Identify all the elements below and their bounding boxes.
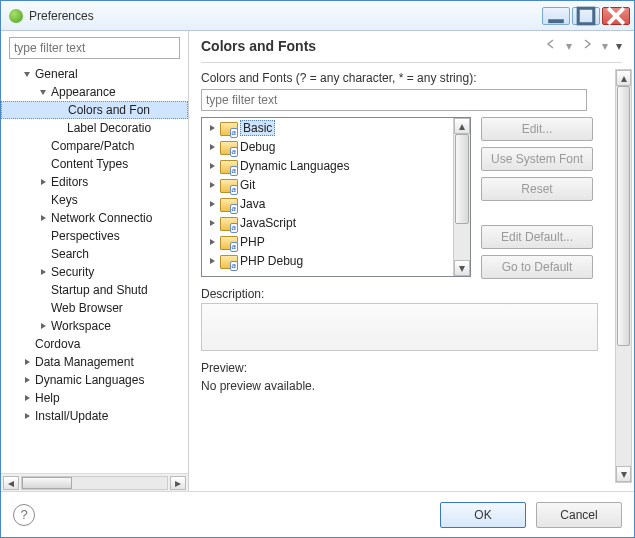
category-item[interactable]: JavaScript [202,213,453,232]
scroll-track[interactable] [454,134,470,260]
tree-item-label: Network Connectio [51,211,152,225]
sidebar-item[interactable]: Install/Update [1,407,188,425]
sidebar-item[interactable]: Search [1,245,188,263]
scroll-track[interactable] [21,476,168,490]
category-item[interactable]: Basic [202,118,453,137]
chevron-right-icon[interactable] [37,176,49,188]
maximize-button[interactable] [572,7,600,25]
chevron-right-icon[interactable] [21,410,33,422]
folder-icon [220,216,236,230]
chevron-right-icon[interactable] [21,374,33,386]
category-label: PHP [240,235,265,249]
chevron-right-icon[interactable] [21,356,33,368]
category-label: JavaScript [240,216,296,230]
category-label: Dynamic Languages [240,159,349,173]
sidebar-item[interactable]: Web Browser [1,299,188,317]
sidebar-tree[interactable]: GeneralAppearanceColors and FonLabel Dec… [1,63,188,473]
preferences-window: Preferences GeneralAppearanceColors and … [0,0,635,538]
sidebar-item[interactable]: Perspectives [1,227,188,245]
sidebar-item[interactable]: Data Management [1,353,188,371]
scroll-up-arrow-icon[interactable]: ▴ [454,118,470,134]
sidebar-item[interactable]: Content Types [1,155,188,173]
category-item[interactable]: Java [202,194,453,213]
scroll-down-arrow-icon[interactable]: ▾ [454,260,470,276]
chevron-right-icon[interactable] [37,320,49,332]
category-label: PHP Debug [240,254,303,268]
minimize-button[interactable] [542,7,570,25]
sidebar-item[interactable]: Label Decoratio [1,119,188,137]
sidebar-horizontal-scrollbar[interactable]: ◂ ▸ [1,473,188,491]
edit-default-button[interactable]: Edit Default... [481,225,593,249]
scroll-thumb[interactable] [22,477,72,489]
chevron-right-icon[interactable] [206,181,218,189]
categories-and-buttons: BasicDebugDynamic LanguagesGitJavaJavaSc… [201,117,598,279]
chevron-right-icon[interactable] [206,238,218,246]
category-list-scrollbar[interactable]: ▴ ▾ [453,118,470,276]
main-filter-input[interactable] [201,89,587,111]
chevron-right-icon[interactable] [206,257,218,265]
sidebar-item[interactable]: Security [1,263,188,281]
scroll-track[interactable] [616,86,631,466]
category-item[interactable]: Dynamic Languages [202,156,453,175]
chevron-right-icon[interactable] [21,392,33,404]
sidebar-item[interactable]: Help [1,389,188,407]
sidebar-item[interactable]: Keys [1,191,188,209]
sidebar: GeneralAppearanceColors and FonLabel Dec… [1,31,189,491]
category-item[interactable]: PHP Debug [202,251,453,270]
go-to-default-button[interactable]: Go to Default [481,255,593,279]
edit-button[interactable]: Edit... [481,117,593,141]
sidebar-item[interactable]: Workspace [1,317,188,335]
tree-item-label: Web Browser [51,301,123,315]
sidebar-item[interactable]: Network Connectio [1,209,188,227]
close-button[interactable] [602,7,630,25]
nav-back-icon[interactable] [544,37,558,54]
category-item[interactable]: Git [202,175,453,194]
chevron-right-icon[interactable] [206,143,218,151]
cancel-button[interactable]: Cancel [536,502,622,528]
sidebar-filter-input[interactable] [9,37,180,59]
use-system-font-button[interactable]: Use System Font [481,147,593,171]
chevron-right-icon[interactable] [37,212,49,224]
chevron-down-icon[interactable] [21,68,33,80]
reset-button[interactable]: Reset [481,177,593,201]
sidebar-item[interactable]: General [1,65,188,83]
scroll-left-arrow-icon[interactable]: ◂ [3,476,19,490]
sidebar-item[interactable]: Appearance [1,83,188,101]
tree-item-label: Data Management [35,355,134,369]
scroll-down-arrow-icon[interactable]: ▾ [616,466,631,482]
scroll-thumb[interactable] [455,134,469,224]
chevron-down-icon[interactable] [37,86,49,98]
tree-item-label: Perspectives [51,229,120,243]
nav-back-menu-icon[interactable]: ▾ [566,39,572,53]
window-controls [542,7,630,25]
category-list[interactable]: BasicDebugDynamic LanguagesGitJavaJavaSc… [201,117,471,277]
scroll-up-arrow-icon[interactable]: ▴ [616,70,631,86]
tree-item-label: Content Types [51,157,128,171]
scroll-right-arrow-icon[interactable]: ▸ [170,476,186,490]
tree-item-label: Dynamic Languages [35,373,144,387]
sidebar-item[interactable]: Editors [1,173,188,191]
chevron-right-icon[interactable] [37,266,49,278]
category-item[interactable]: Debug [202,137,453,156]
view-menu-icon[interactable]: ▾ [616,39,622,53]
sidebar-item[interactable]: Cordova [1,335,188,353]
twisty-spacer [37,140,49,152]
sidebar-item[interactable]: Colors and Fon [1,101,188,119]
nav-icons: ▾ ▾ ▾ [544,37,622,54]
ok-button[interactable]: OK [440,502,526,528]
nav-forward-icon[interactable] [580,37,594,54]
category-item[interactable]: PHP [202,232,453,251]
main-panel-scrollbar[interactable]: ▴ ▾ [615,69,632,483]
twisty-spacer [37,158,49,170]
help-icon[interactable]: ? [13,504,35,526]
nav-forward-menu-icon[interactable]: ▾ [602,39,608,53]
sidebar-item[interactable]: Startup and Shutd [1,281,188,299]
sidebar-item[interactable]: Compare/Patch [1,137,188,155]
chevron-right-icon[interactable] [206,219,218,227]
chevron-right-icon[interactable] [206,124,218,132]
scroll-thumb[interactable] [617,86,630,346]
chevron-right-icon[interactable] [206,200,218,208]
chevron-right-icon[interactable] [206,162,218,170]
sidebar-item[interactable]: Dynamic Languages [1,371,188,389]
preview-label: Preview: [201,361,598,375]
